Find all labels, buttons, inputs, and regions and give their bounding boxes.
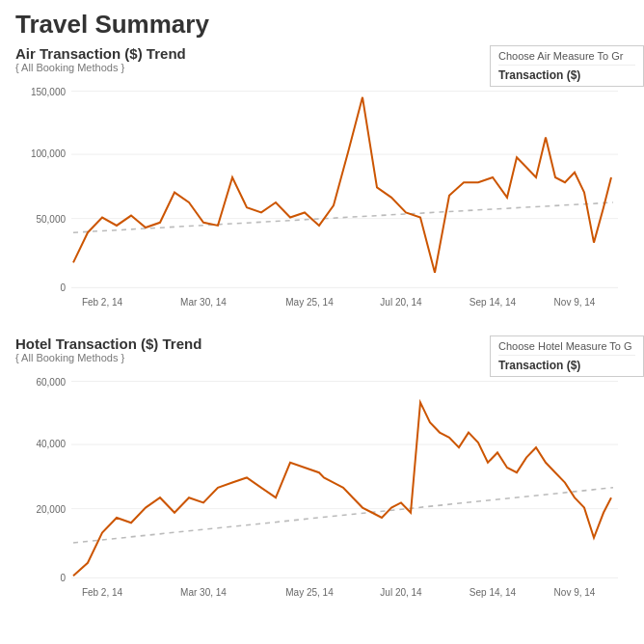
svg-text:100,000: 100,000 (31, 148, 66, 159)
svg-text:Jul 20, 14: Jul 20, 14 (380, 297, 422, 308)
svg-text:Feb 2, 14: Feb 2, 14 (82, 587, 123, 598)
svg-text:Mar 30, 14: Mar 30, 14 (180, 297, 227, 308)
svg-text:Nov 9, 14: Nov 9, 14 (554, 587, 596, 598)
air-measure-value: Transaction ($) (498, 68, 635, 82)
hotel-measure-box[interactable]: Choose Hotel Measure To G Transaction ($… (490, 335, 644, 377)
svg-text:Sep 14, 14: Sep 14, 14 (470, 587, 517, 598)
svg-text:20,000: 20,000 (36, 504, 66, 515)
svg-text:May 25, 14: May 25, 14 (285, 587, 334, 598)
svg-text:Nov 9, 14: Nov 9, 14 (554, 297, 596, 308)
svg-text:50,000: 50,000 (36, 214, 66, 225)
air-chart-canvas: 150,000 100,000 50,000 0 Feb 2, 14 Mar 3… (15, 77, 629, 328)
svg-text:40,000: 40,000 (36, 439, 66, 449)
svg-text:Sep 14, 14: Sep 14, 14 (470, 297, 517, 308)
svg-line-23 (73, 488, 613, 543)
hotel-measure-value: Transaction ($) (498, 359, 635, 372)
svg-text:0: 0 (60, 282, 66, 292)
svg-text:60,000: 60,000 (36, 377, 66, 388)
air-chart-section: Choose Air Measure To Gr Transaction ($)… (0, 45, 644, 328)
hotel-chart-canvas: 60,000 40,000 20,000 0 Feb 2, 14 Mar 30,… (15, 367, 629, 618)
svg-text:0: 0 (60, 572, 66, 582)
svg-text:Feb 2, 14: Feb 2, 14 (82, 297, 123, 308)
svg-text:Mar 30, 14: Mar 30, 14 (180, 587, 227, 598)
svg-text:May 25, 14: May 25, 14 (285, 297, 334, 308)
page-title: Travel Summary (0, 0, 644, 45)
svg-line-8 (73, 202, 613, 232)
svg-text:Jul 20, 14: Jul 20, 14 (380, 587, 422, 598)
air-measure-box[interactable]: Choose Air Measure To Gr Transaction ($) (490, 45, 644, 87)
svg-text:150,000: 150,000 (31, 87, 66, 97)
hotel-chart-section: Choose Hotel Measure To G Transaction ($… (0, 335, 644, 618)
hotel-measure-title: Choose Hotel Measure To G (498, 340, 635, 356)
air-measure-title: Choose Air Measure To Gr (498, 50, 635, 66)
